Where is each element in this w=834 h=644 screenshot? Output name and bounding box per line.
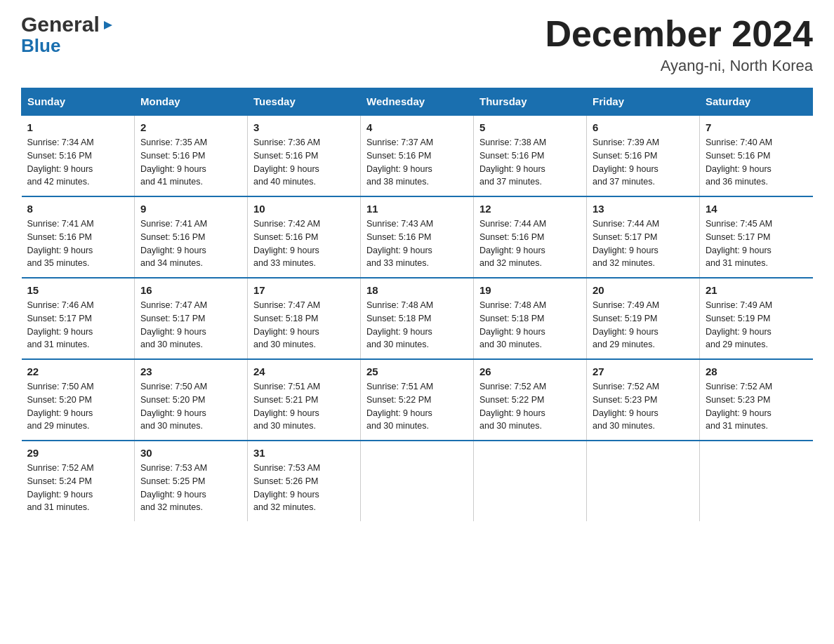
- page-header: General Blue December 2024 Ayang-ni, Nor…: [21, 14, 813, 75]
- day-info: Sunrise: 7:37 AM Sunset: 5:16 PM Dayligh…: [366, 136, 468, 189]
- day-info: Sunrise: 7:49 AM Sunset: 5:19 PM Dayligh…: [706, 299, 807, 351]
- day-info: Sunrise: 7:49 AM Sunset: 5:19 PM Dayligh…: [593, 299, 694, 351]
- table-row: 20 Sunrise: 7:49 AM Sunset: 5:19 PM Dayl…: [587, 278, 700, 359]
- table-row: 16 Sunrise: 7:47 AM Sunset: 5:17 PM Dayl…: [135, 278, 248, 359]
- table-row: 13 Sunrise: 7:44 AM Sunset: 5:17 PM Dayl…: [587, 196, 700, 278]
- day-number: 1: [27, 121, 129, 133]
- day-number: 30: [140, 447, 241, 459]
- table-row: 4 Sunrise: 7:37 AM Sunset: 5:16 PM Dayli…: [361, 115, 474, 196]
- day-number: 29: [27, 447, 129, 459]
- logo-blue-text: Blue: [21, 35, 60, 57]
- table-row: [474, 441, 587, 521]
- table-row: 23 Sunrise: 7:50 AM Sunset: 5:20 PM Dayl…: [135, 359, 248, 441]
- day-number: 20: [593, 284, 694, 296]
- header-saturday: Saturday: [700, 88, 813, 116]
- header-thursday: Thursday: [474, 88, 587, 116]
- table-row: 2 Sunrise: 7:35 AM Sunset: 5:16 PM Dayli…: [135, 115, 248, 196]
- day-info: Sunrise: 7:43 AM Sunset: 5:16 PM Dayligh…: [366, 217, 468, 270]
- day-info: Sunrise: 7:48 AM Sunset: 5:18 PM Dayligh…: [366, 299, 468, 351]
- table-row: 15 Sunrise: 7:46 AM Sunset: 5:17 PM Dayl…: [22, 278, 135, 359]
- table-row: 12 Sunrise: 7:44 AM Sunset: 5:16 PM Dayl…: [474, 196, 587, 278]
- day-info: Sunrise: 7:51 AM Sunset: 5:22 PM Dayligh…: [366, 380, 468, 433]
- calendar-header: Sunday Monday Tuesday Wednesday Thursday…: [22, 88, 813, 116]
- day-info: Sunrise: 7:48 AM Sunset: 5:18 PM Dayligh…: [479, 299, 581, 351]
- table-row: [700, 441, 813, 521]
- day-info: Sunrise: 7:52 AM Sunset: 5:23 PM Dayligh…: [593, 380, 694, 433]
- day-info: Sunrise: 7:52 AM Sunset: 5:23 PM Dayligh…: [706, 380, 807, 433]
- svg-marker-0: [104, 21, 112, 29]
- table-row: 28 Sunrise: 7:52 AM Sunset: 5:23 PM Dayl…: [700, 359, 813, 441]
- day-info: Sunrise: 7:41 AM Sunset: 5:16 PM Dayligh…: [140, 217, 241, 270]
- table-row: 19 Sunrise: 7:48 AM Sunset: 5:18 PM Dayl…: [474, 278, 587, 359]
- calendar-title: December 2024: [545, 14, 813, 54]
- day-number: 21: [706, 284, 807, 296]
- day-info: Sunrise: 7:46 AM Sunset: 5:17 PM Dayligh…: [27, 299, 129, 351]
- table-row: 18 Sunrise: 7:48 AM Sunset: 5:18 PM Dayl…: [361, 278, 474, 359]
- day-number: 6: [593, 121, 694, 133]
- calendar-body: 1 Sunrise: 7:34 AM Sunset: 5:16 PM Dayli…: [22, 115, 813, 521]
- table-row: 3 Sunrise: 7:36 AM Sunset: 5:16 PM Dayli…: [248, 115, 361, 196]
- day-number: 2: [140, 121, 241, 133]
- day-number: 17: [253, 284, 355, 296]
- table-row: 29 Sunrise: 7:52 AM Sunset: 5:24 PM Dayl…: [22, 441, 135, 521]
- day-number: 25: [366, 365, 468, 377]
- header-monday: Monday: [135, 88, 248, 116]
- table-row: 21 Sunrise: 7:49 AM Sunset: 5:19 PM Dayl…: [700, 278, 813, 359]
- table-row: 9 Sunrise: 7:41 AM Sunset: 5:16 PM Dayli…: [135, 196, 248, 278]
- day-info: Sunrise: 7:53 AM Sunset: 5:25 PM Dayligh…: [140, 462, 241, 514]
- day-number: 13: [593, 203, 694, 215]
- calendar-subtitle: Ayang-ni, North Korea: [545, 57, 813, 75]
- header-tuesday: Tuesday: [248, 88, 361, 116]
- day-number: 28: [706, 365, 807, 377]
- table-row: 5 Sunrise: 7:38 AM Sunset: 5:16 PM Dayli…: [474, 115, 587, 196]
- table-row: 25 Sunrise: 7:51 AM Sunset: 5:22 PM Dayl…: [361, 359, 474, 441]
- day-info: Sunrise: 7:36 AM Sunset: 5:16 PM Dayligh…: [253, 136, 355, 189]
- day-info: Sunrise: 7:44 AM Sunset: 5:17 PM Dayligh…: [593, 217, 694, 270]
- table-row: 6 Sunrise: 7:39 AM Sunset: 5:16 PM Dayli…: [587, 115, 700, 196]
- day-info: Sunrise: 7:50 AM Sunset: 5:20 PM Dayligh…: [140, 380, 241, 433]
- logo: General Blue: [21, 14, 115, 57]
- day-number: 3: [253, 121, 355, 133]
- table-row: [587, 441, 700, 521]
- header-wednesday: Wednesday: [361, 88, 474, 116]
- day-info: Sunrise: 7:35 AM Sunset: 5:16 PM Dayligh…: [140, 136, 241, 189]
- day-number: 16: [140, 284, 241, 296]
- day-number: 10: [253, 203, 355, 215]
- day-info: Sunrise: 7:34 AM Sunset: 5:16 PM Dayligh…: [27, 136, 129, 189]
- day-info: Sunrise: 7:41 AM Sunset: 5:16 PM Dayligh…: [27, 217, 129, 270]
- day-number: 31: [253, 447, 355, 459]
- table-row: 7 Sunrise: 7:40 AM Sunset: 5:16 PM Dayli…: [700, 115, 813, 196]
- table-row: 8 Sunrise: 7:41 AM Sunset: 5:16 PM Dayli…: [22, 196, 135, 278]
- day-info: Sunrise: 7:39 AM Sunset: 5:16 PM Dayligh…: [593, 136, 694, 189]
- logo-arrow-icon: [101, 18, 115, 34]
- header-friday: Friday: [587, 88, 700, 116]
- day-info: Sunrise: 7:52 AM Sunset: 5:22 PM Dayligh…: [479, 380, 581, 433]
- day-info: Sunrise: 7:40 AM Sunset: 5:16 PM Dayligh…: [706, 136, 807, 189]
- table-row: 11 Sunrise: 7:43 AM Sunset: 5:16 PM Dayl…: [361, 196, 474, 278]
- table-row: [361, 441, 474, 521]
- day-info: Sunrise: 7:51 AM Sunset: 5:21 PM Dayligh…: [253, 380, 355, 433]
- day-number: 4: [366, 121, 468, 133]
- day-info: Sunrise: 7:38 AM Sunset: 5:16 PM Dayligh…: [479, 136, 581, 189]
- table-row: 27 Sunrise: 7:52 AM Sunset: 5:23 PM Dayl…: [587, 359, 700, 441]
- table-row: 26 Sunrise: 7:52 AM Sunset: 5:22 PM Dayl…: [474, 359, 587, 441]
- day-number: 18: [366, 284, 468, 296]
- day-number: 15: [27, 284, 129, 296]
- table-row: 17 Sunrise: 7:47 AM Sunset: 5:18 PM Dayl…: [248, 278, 361, 359]
- day-info: Sunrise: 7:44 AM Sunset: 5:16 PM Dayligh…: [479, 217, 581, 270]
- day-number: 12: [479, 203, 581, 215]
- day-number: 26: [479, 365, 581, 377]
- table-row: 14 Sunrise: 7:45 AM Sunset: 5:17 PM Dayl…: [700, 196, 813, 278]
- table-row: 31 Sunrise: 7:53 AM Sunset: 5:26 PM Dayl…: [248, 441, 361, 521]
- day-info: Sunrise: 7:45 AM Sunset: 5:17 PM Dayligh…: [706, 217, 807, 270]
- day-number: 24: [253, 365, 355, 377]
- day-number: 22: [27, 365, 129, 377]
- table-row: 22 Sunrise: 7:50 AM Sunset: 5:20 PM Dayl…: [22, 359, 135, 441]
- day-info: Sunrise: 7:42 AM Sunset: 5:16 PM Dayligh…: [253, 217, 355, 270]
- calendar-table: Sunday Monday Tuesday Wednesday Thursday…: [21, 88, 813, 521]
- title-block: December 2024 Ayang-ni, North Korea: [545, 14, 813, 75]
- logo-general-text: General: [21, 14, 100, 35]
- table-row: 1 Sunrise: 7:34 AM Sunset: 5:16 PM Dayli…: [22, 115, 135, 196]
- table-row: 24 Sunrise: 7:51 AM Sunset: 5:21 PM Dayl…: [248, 359, 361, 441]
- day-number: 5: [479, 121, 581, 133]
